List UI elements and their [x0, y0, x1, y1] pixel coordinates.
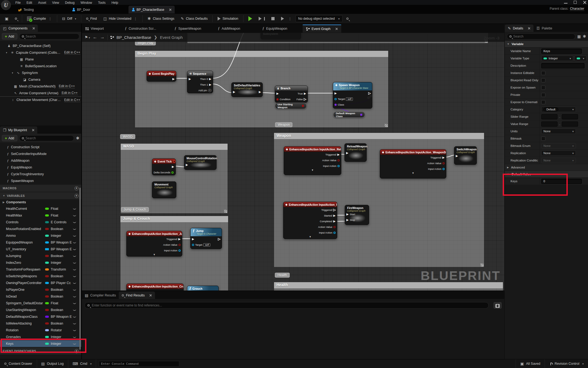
- edit-in-cpp-link[interactable]: Edit in C++: [62, 91, 77, 95]
- description-input[interactable]: [541, 63, 584, 68]
- diff-button[interactable]: ⊟Diff▾: [59, 15, 79, 23]
- eject-button[interactable]: [278, 15, 287, 23]
- exec-out-pin[interactable]: ▶: [369, 92, 371, 95]
- action-value-pin[interactable]: [337, 159, 340, 161]
- close-tab-icon[interactable]: [32, 129, 34, 131]
- tab-details[interactable]: ✎ Details: [505, 25, 533, 32]
- expand-arrow-icon[interactable]: ▶: [3, 201, 5, 204]
- eye-closed-icon[interactable]: [73, 316, 76, 318]
- eye-closed-icon[interactable]: [73, 208, 76, 210]
- parent-class-link[interactable]: Character: [570, 7, 584, 11]
- tab-bp-characterbase[interactable]: BP_CharacterBase: [129, 6, 175, 13]
- section-advanced[interactable]: ▶Advanced: [505, 164, 588, 171]
- exec-in-pin[interactable]: ▶: [233, 90, 235, 93]
- class-defaults-button[interactable]: ✎Class Defaults: [178, 15, 210, 23]
- menu-item[interactable]: Window: [77, 1, 95, 5]
- function-list-item[interactable]: ƒ CycleTroughInventory: [0, 171, 81, 177]
- expose-to-cinematics-checkbox[interactable]: [541, 100, 545, 104]
- save-button[interactable]: ▣: [2, 15, 11, 23]
- eye-closed-icon[interactable]: [73, 242, 76, 243]
- play-button[interactable]: [246, 15, 255, 23]
- comment-wasd[interactable]: WASD: [121, 144, 228, 213]
- node-spawn-weapon[interactable]: ◈Spawn Weapon Target is BP Character Bas…: [333, 82, 372, 109]
- eye-closed-icon[interactable]: [73, 248, 76, 250]
- menu-item[interactable]: View: [49, 1, 62, 5]
- replication-select[interactable]: None▾: [541, 150, 576, 156]
- expand-node-icon[interactable]: ▼: [283, 235, 337, 239]
- event-graph-canvas[interactable]: Zoom -3 BLUEPRINT Subsystem Begin Play B…: [82, 33, 504, 291]
- component-tree-item[interactable]: ↖ Arrow Component (Arrow) Edit in C++: [0, 90, 81, 96]
- eye-closed-icon[interactable]: [73, 215, 76, 216]
- eye-closed-icon[interactable]: [73, 323, 76, 324]
- comment-bubble-health[interactable]: Health: [275, 273, 290, 278]
- node-mouse-control-rotation[interactable]: MouseControlRotation Collapsed Graph ▶: [184, 155, 217, 170]
- action-value-pin[interactable]: [178, 244, 181, 246]
- exec-out-pin[interactable]: ▶: [209, 83, 211, 86]
- class-pin[interactable]: [334, 104, 337, 106]
- triggered-pin[interactable]: ▶: [337, 153, 340, 156]
- variable-row[interactable]: Ammo Integer: [0, 232, 81, 239]
- eye-closed-icon[interactable]: [73, 275, 76, 277]
- variable-row[interactable]: isSwitchingWeapons Boolean: [0, 273, 81, 279]
- bool-output-pin[interactable]: [302, 105, 304, 107]
- instance-editable-checkbox[interactable]: [541, 71, 545, 75]
- eye-closed-icon[interactable]: [73, 309, 76, 311]
- variable-name-input[interactable]: Keys: [541, 49, 582, 54]
- tab-components[interactable]: ◰ Components: [0, 25, 38, 32]
- add-variable-icon[interactable]: +: [75, 194, 79, 198]
- back-arrow-icon[interactable]: ←: [93, 35, 97, 40]
- function-list-item[interactable]: ƒ Construction Script: [0, 144, 81, 150]
- menu-item[interactable]: Asset: [35, 1, 49, 5]
- eye-closed-icon[interactable]: [73, 262, 76, 264]
- eye-closed-icon[interactable]: [73, 221, 76, 223]
- maximize-icon[interactable]: [573, 1, 577, 4]
- triggered-pin[interactable]: ▶: [333, 208, 336, 211]
- eye-closed-icon[interactable]: [73, 255, 76, 257]
- slider-range-max-input[interactable]: [562, 114, 578, 119]
- all-saved-button[interactable]: ▣All Saved: [516, 359, 545, 368]
- add-component-button[interactable]: +Add: [2, 33, 17, 39]
- node-crouch[interactable]: ƒCrouch: [187, 286, 219, 291]
- tab-spawnweapon[interactable]: ƒSpawnWeapon: [171, 25, 205, 33]
- expander-icon[interactable]: ▾: [6, 51, 9, 54]
- tab-compiler-results[interactable]: ▤ Compiler Results: [82, 292, 119, 299]
- variable-row[interactable]: Rotation Rotator: [0, 327, 81, 333]
- display-filter-icon[interactable]: ▦: [577, 34, 581, 39]
- node-set-default-variables[interactable]: SetDefaultVariables Collapsed Graph ▶▶: [231, 82, 263, 97]
- bookmark-icon[interactable]: ⚑▾: [85, 35, 90, 39]
- content-drawer-button[interactable]: Content Drawer: [0, 359, 37, 368]
- variable-row[interactable]: Controls E Controls: [0, 219, 81, 225]
- category-select[interactable]: Default▾: [541, 107, 576, 112]
- component-tree-item[interactable]: ▩ Mesh (CharacterMesh0) Edit in C++: [0, 83, 81, 90]
- unreal-logo[interactable]: U: [1, 0, 11, 10]
- component-tree-item[interactable]: ▾ ∿ SpringArm: [0, 69, 81, 76]
- breadcrumb-root[interactable]: BP_CharacterBase: [117, 35, 151, 40]
- node-ia-fire[interactable]: ◈EnhancedInputAction InputAction_Fire Tr…: [283, 202, 337, 239]
- action-value-pin[interactable]: [442, 162, 445, 164]
- units-select[interactable]: None▾: [541, 129, 576, 134]
- exec-out-pin[interactable]: ▶: [259, 90, 261, 93]
- node-ia-jump[interactable]: ◈EnhancedInputAction InputAction_Jump Tr…: [126, 231, 182, 256]
- node-ia-crouch[interactable]: ◈EnhancedInputAction InputAction_Crouch: [126, 283, 184, 291]
- tab-construction-script[interactable]: ƒConstruction Scr...: [121, 25, 160, 33]
- section-variable[interactable]: ▼Variable: [505, 41, 588, 48]
- close-tab-icon[interactable]: [149, 294, 152, 297]
- comment-bubble-jump-crouch[interactable]: Jump & Crouch: [121, 207, 149, 212]
- variable-row[interactable]: IndexZero Integer: [0, 259, 81, 266]
- variable-row[interactable]: OwningPlayerController BP Player Cc: [0, 279, 81, 286]
- forward-arrow-icon[interactable]: →: [100, 35, 105, 40]
- close-tab-icon[interactable]: [528, 27, 530, 30]
- menu-item[interactable]: Debug: [62, 1, 77, 5]
- console-command-input[interactable]: [101, 362, 177, 366]
- component-tree-item[interactable]: ◪ Camera: [0, 76, 81, 83]
- component-tree-item[interactable]: ↕ Character Movement (CharMoveComp) Edit…: [0, 96, 81, 103]
- self-value-box[interactable]: self: [346, 97, 353, 101]
- input-action-pin[interactable]: [337, 165, 340, 167]
- components-variable-group[interactable]: ▶ Components: [0, 199, 81, 205]
- node-switch-weapon[interactable]: SwitchWeapon Collapsed Graph ▶: [454, 146, 477, 165]
- exec-in-pin[interactable]: ▶: [192, 238, 194, 241]
- variable-row[interactable]: MouseRotationEnabled Boolean: [0, 225, 81, 232]
- function-list-item[interactable]: ƒ SpawnWeapon: [0, 177, 81, 184]
- value-range-max-input[interactable]: [562, 121, 578, 127]
- add-event-dispatcher-icon[interactable]: +: [75, 349, 79, 353]
